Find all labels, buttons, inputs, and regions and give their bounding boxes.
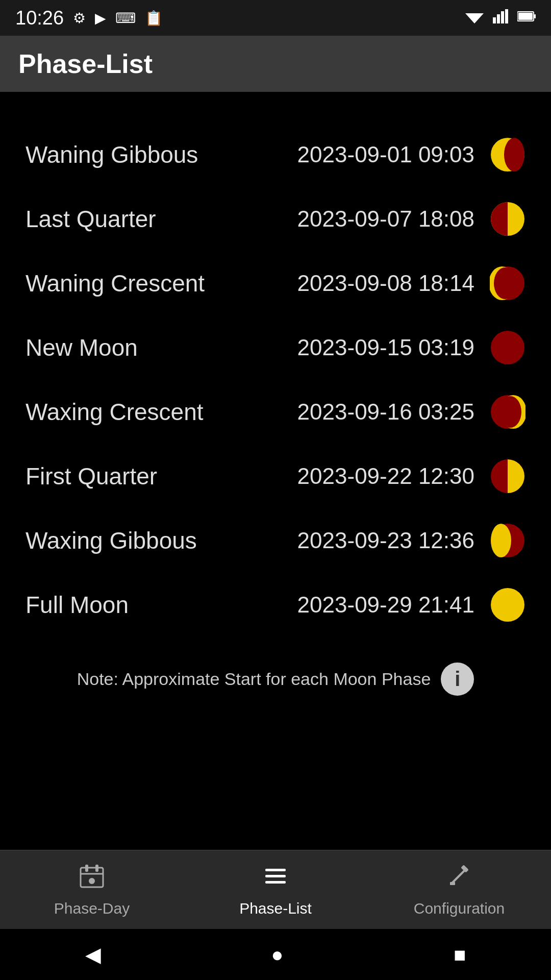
bottom-nav: Phase-Day Phase-List Configuration [0, 850, 551, 929]
svg-rect-7 [518, 13, 533, 20]
svg-point-28 [89, 878, 95, 884]
list-item[interactable]: Full Moon 2023-09-29 21:41 [20, 573, 531, 637]
phase-name: Waning Crescent [26, 270, 297, 297]
configuration-icon [446, 863, 472, 895]
nav-item-phase-list[interactable]: Phase-List [184, 863, 367, 917]
svg-marker-0 [465, 13, 484, 23]
phase-list: Waning Gibbous 2023-09-01 09:03 Last Qua… [20, 122, 531, 637]
svg-rect-24 [81, 868, 103, 887]
svg-point-21 [491, 524, 511, 557]
svg-rect-26 [95, 865, 98, 872]
gear-icon: ⚙ [73, 10, 86, 27]
svg-rect-4 [505, 9, 508, 23]
phase-date: 2023-09-01 09:03 [297, 142, 474, 167]
svg-point-9 [504, 138, 524, 172]
status-time: 10:26 [15, 7, 64, 29]
signal-icon [493, 9, 508, 27]
back-button[interactable]: ◀ [85, 943, 101, 966]
list-item[interactable]: Waning Gibbous 2023-09-01 09:03 [20, 122, 531, 187]
phase-date: 2023-09-29 21:41 [297, 592, 474, 618]
list-item[interactable]: Waxing Gibbous 2023-09-23 12:36 [20, 508, 531, 573]
svg-rect-34 [450, 882, 455, 885]
waxing-gibbous-icon [490, 523, 525, 558]
recents-button[interactable]: ■ [454, 943, 466, 966]
svg-rect-30 [265, 875, 286, 877]
page-title: Phase-List [18, 48, 153, 79]
phase-date: 2023-09-08 18:14 [297, 271, 474, 296]
phase-name: First Quarter [26, 462, 297, 490]
svg-point-18 [499, 396, 521, 428]
waxing-crescent-icon [490, 394, 525, 430]
svg-rect-2 [497, 14, 500, 23]
new-moon-icon [490, 330, 525, 365]
info-icon[interactable]: i [441, 663, 474, 696]
list-item[interactable]: Last Quarter 2023-09-07 18:08 [20, 187, 531, 251]
waning-gibbous-icon [490, 137, 525, 173]
list-item[interactable]: Waning Crescent 2023-09-08 18:14 [20, 251, 531, 315]
svg-rect-3 [501, 11, 504, 23]
list-item[interactable]: New Moon 2023-09-15 03:19 [20, 315, 531, 380]
phase-day-icon [79, 863, 105, 895]
note-text: Note: Approximate Start for each Moon Ph… [77, 669, 431, 689]
file-icon: 📋 [145, 10, 163, 27]
list-item[interactable]: First Quarter 2023-09-22 12:30 [20, 444, 531, 508]
phase-name: New Moon [26, 334, 297, 361]
phase-name: Waxing Crescent [26, 398, 297, 426]
system-nav: ◀ ● ■ [0, 929, 551, 980]
phase-date: 2023-09-16 03:25 [297, 399, 474, 425]
keyboard-icon: ⌨ [115, 10, 136, 27]
phase-name: Last Quarter [26, 205, 297, 233]
list-item[interactable]: Waxing Crescent 2023-09-16 03:25 [20, 380, 531, 444]
home-button[interactable]: ● [271, 943, 283, 966]
status-bar: 10:26 ⚙ ▶ ⌨ 📋 [0, 0, 551, 36]
nav-label-phase-list: Phase-List [239, 900, 312, 917]
svg-point-15 [491, 331, 524, 364]
play-icon: ▶ [95, 10, 106, 27]
svg-rect-1 [493, 17, 496, 23]
main-content: Waning Gibbous 2023-09-01 09:03 Last Qua… [0, 92, 551, 850]
svg-rect-29 [265, 869, 286, 871]
phase-name: Full Moon [26, 591, 297, 619]
nav-label-phase-day: Phase-Day [54, 900, 130, 917]
nav-label-configuration: Configuration [414, 900, 505, 917]
nav-item-configuration[interactable]: Configuration [367, 863, 551, 917]
phase-date: 2023-09-15 03:19 [297, 335, 474, 360]
svg-line-32 [451, 869, 466, 884]
note-section: Note: Approximate Start for each Moon Ph… [20, 637, 531, 706]
nav-item-phase-day[interactable]: Phase-Day [0, 863, 184, 917]
svg-rect-31 [265, 881, 286, 884]
full-moon-icon [490, 587, 525, 623]
phase-date: 2023-09-07 18:08 [297, 206, 474, 232]
phase-date: 2023-09-22 12:30 [297, 463, 474, 489]
svg-point-23 [491, 588, 524, 622]
wifi-icon [465, 9, 484, 27]
phase-name: Waning Gibbous [26, 141, 297, 168]
battery-icon [517, 10, 536, 26]
waning-crescent-icon [490, 265, 525, 301]
svg-rect-6 [534, 14, 536, 18]
phase-name: Waxing Gibbous [26, 527, 297, 554]
svg-rect-25 [85, 865, 88, 872]
last-quarter-icon [490, 201, 525, 237]
app-bar: Phase-List [0, 36, 551, 92]
svg-rect-33 [461, 865, 469, 873]
phase-date: 2023-09-23 12:36 [297, 528, 474, 553]
first-quarter-icon [490, 458, 525, 494]
svg-point-14 [494, 267, 516, 299]
phase-list-icon [262, 863, 289, 895]
